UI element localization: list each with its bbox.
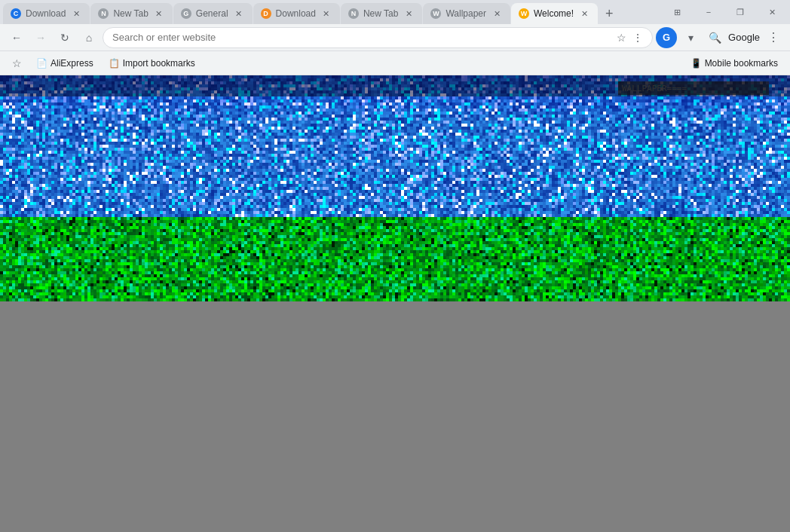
chevron-down-icon[interactable]: ▾ [680, 27, 701, 48]
bookmark-aliexpress[interactable]: 📄 AliExpress [30, 55, 100, 72]
add-tab-button[interactable]: + [599, 3, 620, 24]
address-input[interactable] [112, 32, 611, 43]
reload-button[interactable]: ↻ [54, 27, 75, 48]
tab-newtab-2[interactable]: N New Tab ✕ [341, 3, 422, 24]
tab-favicon-download-2: D [261, 8, 271, 19]
close-button[interactable]: ✕ [757, 0, 787, 24]
tab-wallpaper[interactable]: W Wallpaper ✕ [423, 3, 510, 24]
home-button[interactable]: ⌂ [78, 27, 100, 48]
tab-favicon-welcome: W [519, 8, 529, 19]
address-bar[interactable]: ☆ ⋮ [103, 27, 653, 48]
bookmark-star-icon[interactable]: ☆ [617, 32, 626, 44]
import-bookmarks-icon: 📋 [109, 58, 120, 69]
tab-label-general: General [196, 8, 228, 19]
tab-close-download-2[interactable]: ✕ [320, 8, 332, 20]
page-content [0, 75, 790, 532]
bookmark-import-label: Import bookmarks [123, 58, 195, 69]
restore-button[interactable]: ❐ [725, 0, 755, 24]
glitch-image [0, 75, 790, 301]
tab-close-newtab-1[interactable]: ✕ [153, 8, 165, 20]
mobile-bookmarks-icon: 📱 [690, 58, 702, 69]
minimize-button[interactable]: − [694, 0, 724, 24]
mobile-bookmarks-button[interactable]: 📱 Mobile bookmarks [684, 55, 784, 72]
tab-favicon-newtab-2: N [348, 8, 359, 19]
tab-favicon-wallpaper: W [430, 8, 441, 19]
gray-background [0, 301, 790, 532]
tab-label-welcome: Welcome! [534, 8, 574, 19]
tune-icon[interactable]: ⋮ [632, 32, 643, 44]
profile-button[interactable]: G [656, 27, 677, 48]
tab-favicon-download-1: C [11, 8, 21, 19]
tab-favicon-newtab-1: N [98, 8, 109, 19]
tab-download-2[interactable]: D Download ✕ [253, 3, 340, 24]
google-search-area: 🔍 Google [704, 27, 760, 48]
bookmarks-star-icon[interactable]: ☆ [6, 53, 27, 74]
tab-close-wallpaper[interactable]: ✕ [491, 8, 503, 20]
tab-label-wallpaper: Wallpaper [446, 8, 486, 19]
bookmark-import[interactable]: 📋 Import bookmarks [103, 55, 201, 72]
tab-label-download-1: Download [26, 8, 66, 19]
tab-favicon-general: G [181, 8, 191, 19]
window-controls: ⊞ − ❐ ✕ [662, 0, 787, 24]
bookmark-aliexpress-label: AliExpress [51, 58, 93, 69]
tab-close-newtab-2[interactable]: ✕ [403, 8, 415, 20]
search-icon[interactable]: 🔍 [704, 27, 725, 48]
tab-close-download-1[interactable]: ✕ [70, 8, 82, 20]
menu-button[interactable]: ⋮ [763, 27, 784, 48]
google-label: Google [728, 32, 760, 43]
tab-close-general[interactable]: ✕ [233, 8, 245, 20]
tab-download-1[interactable]: C Download ✕ [3, 3, 90, 24]
tab-close-welcome[interactable]: ✕ [578, 8, 590, 20]
tab-label-newtab-2: New Tab [363, 8, 398, 19]
profile-switcher-button[interactable]: ⊞ [662, 0, 692, 24]
aliexpress-favicon-icon: 📄 [36, 58, 47, 69]
bookmarks-bar: ☆ 📄 AliExpress 📋 Import bookmarks 📱 Mobi… [0, 51, 790, 75]
toolbar: ← → ↻ ⌂ ☆ ⋮ G ▾ 🔍 Google ⋮ [0, 24, 790, 51]
tab-label-download-2: Download [276, 8, 316, 19]
tab-label-newtab-1: New Tab [113, 8, 148, 19]
tab-newtab-1[interactable]: N New Tab ✕ [90, 3, 172, 24]
titlebar: C Download ✕ N New Tab ✕ G General ✕ D D… [0, 0, 790, 24]
tab-general[interactable]: G General ✕ [173, 3, 253, 24]
tab-welcome[interactable]: W Welcome! ✕ [511, 3, 598, 24]
back-button[interactable]: ← [6, 27, 27, 48]
mobile-bookmarks-label: Mobile bookmarks [705, 58, 778, 69]
tabs-area: C Download ✕ N New Tab ✕ G General ✕ D D… [3, 0, 656, 24]
forward-button[interactable]: → [30, 27, 51, 48]
